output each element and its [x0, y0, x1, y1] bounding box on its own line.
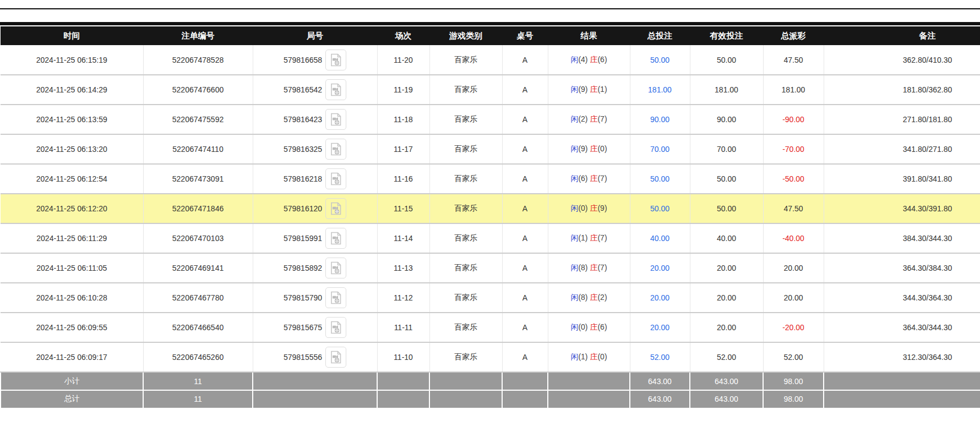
- video-replay-button[interactable]: [325, 79, 346, 100]
- banker-label: 庄: [590, 174, 597, 183]
- cell-session: 11-20: [377, 45, 429, 75]
- video-replay-button[interactable]: [325, 50, 346, 70]
- banker-score: (6): [597, 322, 607, 331]
- table-row[interactable]: 2024-11-25 06:09:55 522067466540 5798156…: [1, 313, 980, 342]
- subtotal-payout: 98.00: [763, 372, 824, 390]
- banker-score: (9): [597, 204, 607, 212]
- cell-total-bet[interactable]: 50.00: [630, 45, 690, 75]
- cell-table-no: A: [502, 105, 548, 134]
- cell-result: 闲(9) 庄(1): [548, 75, 630, 105]
- player-score: (0): [578, 204, 587, 212]
- cell-remark: 312.30/364.30: [824, 342, 980, 372]
- cell-game-type: 百家乐: [429, 283, 502, 313]
- subtotal-label: 小计: [1, 372, 143, 390]
- table-row[interactable]: 2024-11-25 06:15:19 522067478528 5798166…: [1, 45, 980, 75]
- subtotal-empty-cell: [429, 372, 502, 390]
- cell-result: 闲(2) 庄(7): [548, 105, 630, 134]
- cell-result: 闲(1) 庄(7): [548, 223, 630, 253]
- cell-time: 2024-11-25 06:12:20: [1, 194, 143, 223]
- table-row[interactable]: 2024-11-25 06:13:59 522067475592 5798164…: [1, 105, 980, 134]
- cell-bet-id: 522067471846: [143, 194, 253, 223]
- video-film-icon: [329, 83, 343, 97]
- round-id-text: 579815556: [284, 353, 322, 362]
- video-replay-button[interactable]: [325, 228, 346, 249]
- cell-remark: 181.80/362.80: [824, 75, 980, 105]
- cell-time: 2024-11-25 06:11:05: [1, 253, 143, 283]
- video-film-icon: [329, 320, 343, 335]
- banker-label: 庄: [590, 263, 597, 272]
- player-label: 闲: [570, 144, 578, 153]
- cell-time: 2024-11-25 06:13:59: [1, 105, 143, 134]
- col-header-total-payout: 总派彩: [763, 26, 824, 45]
- cell-total-bet[interactable]: 52.00: [630, 342, 690, 372]
- cell-bet-id: 522067465260: [143, 342, 253, 372]
- cell-result: 闲(0) 庄(6): [548, 313, 630, 342]
- table-row[interactable]: 2024-11-25 06:14:29 522067476600 5798165…: [1, 75, 980, 105]
- cell-total-bet[interactable]: 20.00: [630, 253, 690, 283]
- cell-valid-bet: 52.00: [690, 342, 763, 372]
- table-row[interactable]: 2024-11-25 06:11:05 522067469141 5798158…: [1, 253, 980, 283]
- bet-records-table: 时间 注单编号 局号 场次 游戏类别 桌号 结果 总投注 有效投注 总派彩 备注…: [0, 26, 980, 409]
- col-header-round-id: 局号: [253, 26, 377, 45]
- cell-result: 闲(0) 庄(9): [548, 194, 630, 223]
- cell-result: 闲(1) 庄(0): [548, 342, 630, 372]
- cell-table-no: A: [502, 253, 548, 283]
- cell-total-bet[interactable]: 70.00: [630, 134, 690, 164]
- cell-session: 11-10: [377, 342, 429, 372]
- video-replay-button[interactable]: [325, 109, 346, 130]
- cell-total-payout: -40.00: [763, 223, 824, 253]
- table-row[interactable]: 2024-11-25 06:11:29 522067470103 5798159…: [1, 223, 980, 253]
- cell-total-payout: 181.00: [763, 75, 824, 105]
- table-row[interactable]: 2024-11-25 06:13:20 522067474110 5798163…: [1, 134, 980, 164]
- cell-total-bet[interactable]: 40.00: [630, 223, 690, 253]
- cell-remark: 362.80/410.30: [824, 45, 980, 75]
- cell-round-id: 579815991: [253, 223, 377, 253]
- cell-game-type: 百家乐: [429, 223, 502, 253]
- cell-bet-id: 522067476600: [143, 75, 253, 105]
- grand-total-row: 总计 11 643.00 643.00 98.00: [1, 390, 980, 408]
- video-replay-button[interactable]: [325, 258, 346, 278]
- subtotal-empty-cell: [253, 372, 377, 390]
- cell-bet-id: 522067470103: [143, 223, 253, 253]
- video-replay-button[interactable]: [325, 317, 346, 338]
- player-label: 闲: [570, 233, 578, 242]
- subtotal-empty-cell: [548, 372, 630, 390]
- table-row-highlighted[interactable]: 2024-11-25 06:12:20 522067471846 5798161…: [1, 194, 980, 223]
- player-score: (6): [578, 174, 587, 183]
- cell-session: 11-11: [377, 313, 429, 342]
- col-header-time: 时间: [1, 26, 143, 45]
- table-row[interactable]: 2024-11-25 06:12:54 522067473091 5798162…: [1, 164, 980, 194]
- cell-total-bet[interactable]: 20.00: [630, 283, 690, 313]
- player-label: 闲: [570, 293, 578, 302]
- player-score: (0): [578, 322, 587, 331]
- video-replay-button[interactable]: [325, 198, 346, 219]
- table-row[interactable]: 2024-11-25 06:10:28 522067467780 5798157…: [1, 283, 980, 313]
- cell-total-bet[interactable]: 181.00: [630, 75, 690, 105]
- cell-round-id: 579815790: [253, 283, 377, 313]
- cell-game-type: 百家乐: [429, 75, 502, 105]
- cell-time: 2024-11-25 06:14:29: [1, 75, 143, 105]
- video-replay-button[interactable]: [325, 139, 346, 160]
- cell-total-bet[interactable]: 20.00: [630, 313, 690, 342]
- cell-total-bet[interactable]: 50.00: [630, 194, 690, 223]
- video-film-icon: [329, 172, 343, 186]
- cell-session: 11-17: [377, 134, 429, 164]
- cell-valid-bet: 20.00: [690, 283, 763, 313]
- subtotal-total-bet: 643.00: [630, 372, 690, 390]
- table-row[interactable]: 2024-11-25 06:09:17 522067465260 5798155…: [1, 342, 980, 372]
- player-score: (1): [578, 233, 587, 242]
- cell-total-bet[interactable]: 50.00: [630, 164, 690, 194]
- cell-session: 11-14: [377, 223, 429, 253]
- cell-table-no: A: [502, 313, 548, 342]
- col-header-game-type: 游戏类别: [429, 26, 502, 45]
- bet-records-screen: 时间 注单编号 局号 场次 游戏类别 桌号 结果 总投注 有效投注 总派彩 备注…: [0, 0, 980, 421]
- cell-total-bet[interactable]: 90.00: [630, 105, 690, 134]
- video-replay-button[interactable]: [325, 287, 346, 308]
- banker-score: (7): [597, 233, 607, 242]
- banker-label: 庄: [590, 85, 597, 94]
- video-replay-button[interactable]: [325, 168, 346, 189]
- cell-session: 11-19: [377, 75, 429, 105]
- subtotal-row: 小计 11 643.00 643.00 98.00: [1, 372, 980, 390]
- video-replay-button[interactable]: [325, 347, 346, 368]
- cell-bet-id: 522067475592: [143, 105, 253, 134]
